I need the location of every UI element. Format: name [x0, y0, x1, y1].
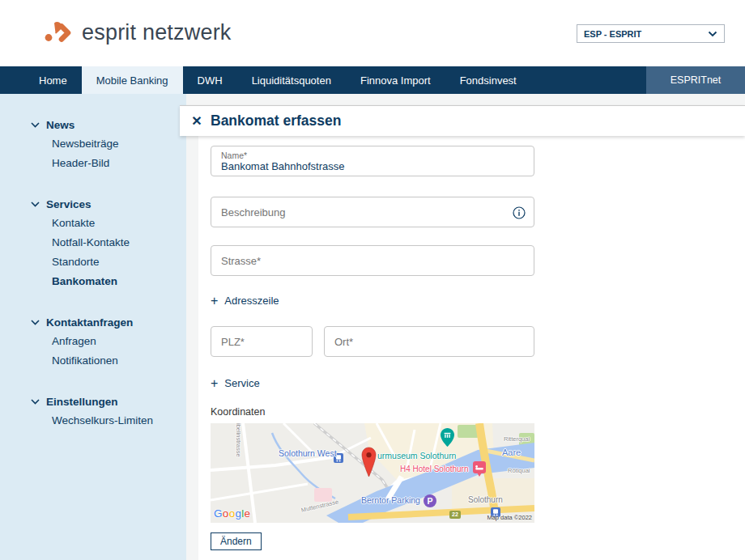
sidebar-section-services: Services Kontakte Notfall-Kontakte Stand… — [0, 194, 186, 291]
sidebar-item-bankomaten[interactable]: Bankomaten — [0, 272, 186, 291]
sidebar-section-label: Kontaktanfragen — [46, 316, 133, 329]
beschreibung-input[interactable] — [211, 197, 534, 227]
close-icon[interactable]: ✕ — [188, 113, 206, 129]
account-select-value: ESP - ESPRIT — [584, 29, 641, 39]
page-title: Bankomat erfassen — [211, 112, 341, 129]
name-field-value: Bankomat Bahnhofstrasse — [221, 160, 524, 173]
sidebar-item-einstellungen[interactable]: Einstellungen — [0, 392, 186, 411]
strasse-input[interactable] — [211, 246, 534, 275]
chevron-down-icon — [708, 31, 717, 37]
route-shield-22: 22 — [449, 511, 461, 519]
plus-icon: + — [211, 295, 218, 307]
chevron-down-icon — [31, 122, 40, 128]
plus-icon: + — [211, 378, 218, 389]
nav-item-mobile-banking[interactable]: Mobile Banking — [82, 66, 183, 94]
map[interactable]: Solothurn West urmuseum Solothurn H4 Hot… — [211, 423, 534, 523]
nav-item-home[interactable]: Home — [24, 66, 82, 94]
add-adresszeile-label: Adresszeile — [224, 295, 279, 307]
app-header: esprit netzwerk ESP - ESPRIT — [0, 0, 745, 66]
map-attribution: Map data ©2022 — [487, 514, 532, 521]
map-base-tiles — [211, 423, 534, 523]
map-label-museum: urmuseum Solothurn — [377, 451, 456, 460]
sidebar-item-services[interactable]: Services — [0, 194, 186, 214]
brand-name: esprit netzwerk — [82, 20, 232, 45]
add-adresszeile-link[interactable]: + Adresszeile — [211, 295, 279, 307]
nav-item-finnova-import[interactable]: Finnova Import — [346, 66, 445, 94]
name-field[interactable]: Name* Bankomat Bahnhofstrasse — [211, 146, 534, 176]
nav-item-dwh[interactable]: DWH — [183, 66, 237, 94]
map-label-berntor-parking: Berntor Parking — [361, 495, 420, 505]
map-label-solothurn: Solothurn — [468, 495, 503, 504]
chevron-down-icon — [31, 320, 40, 325]
sidebar-section-einstellungen: Einstellungen Wechselkurs-Limiten — [0, 392, 186, 431]
sidebar-item-notfall-kontakte[interactable]: Notfall-Kontakte — [0, 233, 186, 252]
google-logo: Google — [214, 507, 250, 520]
panel-header: ✕ Bankomat erfassen — [180, 105, 745, 136]
parking-icon: P — [424, 494, 436, 507]
plz-input[interactable] — [211, 327, 312, 356]
strasse-field[interactable] — [211, 245, 534, 276]
sidebar-item-kontakte[interactable]: Kontakte — [0, 214, 186, 233]
sidebar-item-newsbeitraege[interactable]: Newsbeiträge — [0, 134, 186, 154]
sidebar-item-wechselkurs-limiten[interactable]: Wechselkurs-Limiten — [0, 411, 186, 431]
map-label-station-west: Solothurn West — [279, 448, 337, 458]
sidebar-section-label: Services — [46, 198, 92, 210]
sidebar-item-news[interactable]: News — [0, 115, 186, 134]
main-nav: Home Mobile Banking DWH Liquiditätsquote… — [0, 66, 745, 94]
aendern-button[interactable]: Ändern — [211, 532, 262, 550]
sidebar-item-kontaktanfragen[interactable]: Kontaktanfragen — [0, 312, 186, 332]
map-label-hotel: H4 Hotel Solothurn — [400, 465, 469, 473]
nav-item-espritnet[interactable]: ESPRITnet — [646, 66, 745, 94]
ort-input[interactable] — [325, 327, 534, 356]
sidebar-item-notifikationen[interactable]: Notifikationen — [0, 351, 186, 371]
chevron-down-icon — [31, 202, 40, 207]
add-service-link[interactable]: + Service — [211, 377, 260, 389]
sidebar: News Newsbeiträge Header-Bild Services K… — [0, 94, 186, 560]
sidebar-section-label: Einstellungen — [46, 396, 118, 408]
nav-item-fondsinvest[interactable]: Fondsinvest — [445, 66, 531, 94]
beschreibung-field[interactable] — [211, 197, 534, 227]
ort-field[interactable] — [324, 326, 534, 357]
map-label-roetiquai: Rötiquai — [508, 467, 530, 474]
add-service-label: Service — [224, 377, 259, 389]
sidebar-section-kontaktanfragen: Kontaktanfragen Anfragen Notifikationen — [0, 312, 186, 371]
brand: esprit netzwerk — [44, 19, 232, 46]
sidebar-item-header-bild[interactable]: Header-Bild — [0, 154, 186, 173]
chevron-down-icon — [31, 399, 40, 405]
map-label-ritterquai: Ritterquai — [504, 435, 530, 443]
account-select[interactable]: ESP - ESPRIT — [577, 24, 725, 43]
name-field-label: Name* — [221, 151, 524, 160]
sidebar-section-news: News Newsbeiträge Header-Bild — [0, 115, 186, 173]
brand-logo-icon — [44, 19, 74, 46]
sidebar-item-standorte[interactable]: Standorte — [0, 252, 186, 272]
map-label-aare: Aare — [502, 448, 521, 457]
sidebar-item-anfragen[interactable]: Anfragen — [0, 332, 186, 351]
sidebar-section-label: News — [46, 119, 74, 131]
bankomat-form: Name* Bankomat Bahnhofstrasse + Adressze… — [198, 136, 745, 560]
info-icon[interactable] — [513, 206, 526, 219]
plz-field[interactable] — [211, 326, 313, 357]
nav-item-liquiditaetsquoten[interactable]: Liquiditätsquoten — [237, 66, 346, 94]
koordinaten-label: Koordinaten — [211, 406, 265, 418]
map-label-gibelinstrasse: ibelinstrasse — [235, 423, 242, 465]
